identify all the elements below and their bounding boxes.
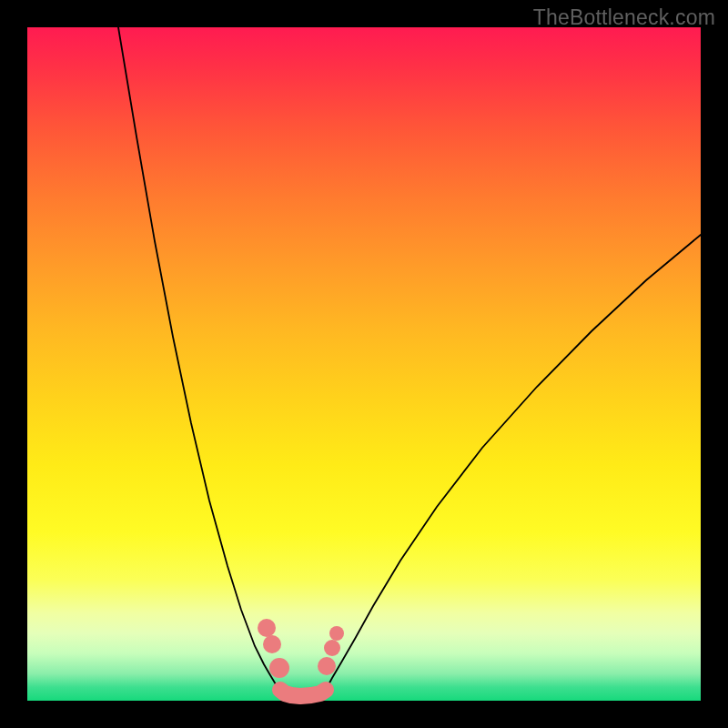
chart-frame: TheBottleneck.com [0,0,728,728]
watermark-text: TheBottleneck.com [533,5,715,30]
marker-left-upper [258,619,276,637]
marker-right-mid [324,640,340,656]
marker-group [258,619,344,678]
marker-left-mid [263,635,281,653]
chart-svg [27,27,701,701]
trough-shape [280,690,326,696]
plot-area [27,27,701,701]
curve-right [326,235,701,690]
marker-right-upper [329,626,344,641]
marker-right-lower [318,657,336,675]
marker-left-lower [269,658,289,678]
curve-left [118,27,280,690]
